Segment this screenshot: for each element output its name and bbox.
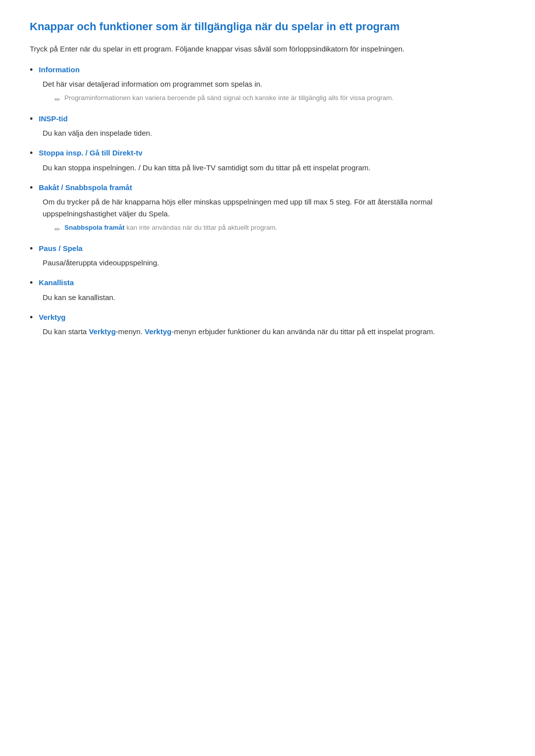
item-desc-stoppa-insp: Du kan stoppa inspelningen. / Du kan tit… — [43, 162, 505, 174]
item-note-bakat-snabbspola: ✏ Snabbspola framåt kan inte användas nä… — [54, 223, 505, 235]
item-label-paus-spela: Paus / Spela — [39, 243, 82, 254]
feature-list: • Information Det här visar detaljerad i… — [30, 64, 505, 338]
list-item: • Information Det här visar detaljerad i… — [30, 64, 505, 105]
item-label-stoppa-insp: Stoppa insp. / Gå till Direkt-tv — [39, 147, 142, 159]
bullet-dot: • — [30, 243, 33, 255]
item-desc-kanallista: Du kan se kanallistan. — [43, 292, 505, 303]
item-note-information: ✏ Programinformationen kan variera beroe… — [54, 93, 505, 105]
verktyg-link-2: Verktyg — [145, 327, 171, 336]
list-item: • Stoppa insp. / Gå till Direkt-tv Du ka… — [30, 147, 505, 173]
verktyg-link-1: Verktyg — [89, 327, 115, 336]
pencil-icon: ✏ — [54, 224, 60, 235]
item-desc-insp-tid: Du kan välja den inspelade tiden. — [43, 127, 505, 139]
bullet-dot: • — [30, 147, 33, 159]
list-item: • Paus / Spela Pausa/återuppta videoupps… — [30, 243, 505, 269]
note-text-bakat-snabbspola: Snabbspola framåt kan inte användas när … — [64, 223, 277, 233]
list-item: • Kanallista Du kan se kanallistan. — [30, 277, 505, 303]
intro-paragraph: Tryck på Enter när du spelar in ett prog… — [30, 43, 505, 55]
item-desc-verktyg: Du kan starta Verktyg-menyn. Verktyg-men… — [43, 326, 505, 338]
note-text-suffix: kan inte användas när du tittar på aktue… — [126, 224, 277, 231]
pencil-icon: ✏ — [54, 94, 60, 105]
bullet-dot: • — [30, 311, 33, 324]
item-desc-bakat-snabbspola: Om du trycker på de här knapparna höjs e… — [43, 196, 505, 220]
bullet-dot: • — [30, 277, 33, 289]
list-item: • Bakåt / Snabbspola framåt Om du trycke… — [30, 182, 505, 235]
item-label-information: Information — [39, 64, 80, 76]
bullet-dot: • — [30, 113, 33, 125]
item-desc-information: Det här visar detaljerad information om … — [43, 78, 505, 90]
bullet-dot: • — [30, 64, 33, 76]
note-highlight: Snabbspola framåt — [64, 224, 125, 231]
item-label-insp-tid: INSP-tid — [39, 113, 67, 125]
bullet-dot: • — [30, 182, 33, 194]
list-item: • INSP-tid Du kan välja den inspelade ti… — [30, 113, 505, 139]
item-label-verktyg: Verktyg — [39, 311, 65, 323]
item-label-kanallista: Kanallista — [39, 277, 74, 289]
item-label-bakat-snabbspola: Bakåt / Snabbspola framåt — [39, 182, 132, 194]
item-desc-paus-spela: Pausa/återuppta videouppspelning. — [43, 257, 505, 269]
note-text-information: Programinformationen kan variera beroend… — [64, 93, 394, 103]
list-item: • Verktyg Du kan starta Verktyg-menyn. V… — [30, 311, 505, 338]
page-title: Knappar och funktioner som är tillgängli… — [30, 20, 505, 34]
